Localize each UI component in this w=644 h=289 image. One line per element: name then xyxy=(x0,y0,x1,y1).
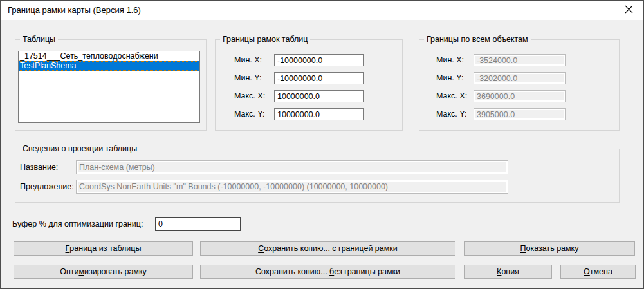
objects-max-y-label: Макс. Y: xyxy=(436,108,466,120)
list-item-selected[interactable]: TestPlanShema xyxy=(19,61,199,71)
show-frame-button[interactable]: Показать рамку xyxy=(464,241,635,256)
objects-min-y-field xyxy=(474,72,566,84)
boundary-from-table-button[interactable]: Граница из таблицы xyxy=(14,241,193,256)
list-item[interactable]: _17514___Сеть_тепловодоснабжени xyxy=(19,51,199,61)
objects-min-x-label: Мин. X: xyxy=(436,54,464,66)
objects-min-x-field xyxy=(474,54,566,66)
save-copy-without-boundary-button[interactable]: Сохранить копию... без границы рамки xyxy=(200,265,455,279)
projection-name-label: Название: xyxy=(20,162,58,174)
projection-name-field xyxy=(76,160,508,174)
buffer-input[interactable] xyxy=(155,217,241,231)
frame-bounds-group-title: Границы рамок таблиц xyxy=(220,35,310,44)
buffer-label: Буфер % для оптимизации границ: xyxy=(12,218,143,230)
close-icon xyxy=(625,5,633,16)
cancel-button[interactable]: Отмена xyxy=(560,265,636,279)
tables-group-title: Таблицы xyxy=(20,35,58,44)
frame-min-y-label: Мин. Y: xyxy=(234,72,261,84)
frame-min-y-input[interactable] xyxy=(274,72,364,84)
copy-button[interactable]: Копия xyxy=(464,265,552,279)
window-title: Граница рамки карты (Версия 1.6) xyxy=(8,1,141,20)
object-bounds-group-title: Границы по всем объектам xyxy=(424,35,531,44)
tables-listbox[interactable]: _17514___Сеть_тепловодоснабжени TestPlan… xyxy=(18,51,200,123)
frame-max-x-label: Макс. X: xyxy=(234,90,265,102)
titlebar: Граница рамки карты (Версия 1.6) xyxy=(1,1,643,20)
frame-max-x-input[interactable] xyxy=(274,90,364,102)
projection-clause-field xyxy=(76,180,508,194)
frame-max-y-input[interactable] xyxy=(274,108,364,120)
save-copy-with-boundary-button[interactable]: Сохранить копию... с границей рамки xyxy=(200,241,455,256)
close-button[interactable] xyxy=(614,1,643,19)
optimize-frame-button[interactable]: Оптимизировать рамку xyxy=(14,265,193,279)
projection-group-title: Сведения о проекции таблицы xyxy=(20,144,140,153)
frame-min-x-label: Мин. X: xyxy=(234,54,262,66)
objects-min-y-label: Мин. Y: xyxy=(436,72,463,84)
projection-clause-label: Предложение: xyxy=(20,181,74,193)
objects-max-x-label: Макс. X: xyxy=(436,90,467,102)
map-frame-boundary-dialog: Граница рамки карты (Версия 1.6) Таблицы… xyxy=(0,0,644,289)
frame-min-x-input[interactable] xyxy=(274,54,364,66)
projection-group: Сведения о проекции таблицы xyxy=(15,149,620,203)
frame-max-y-label: Макс. Y: xyxy=(234,108,264,120)
objects-max-y-field xyxy=(474,108,566,120)
objects-max-x-field xyxy=(474,90,566,102)
